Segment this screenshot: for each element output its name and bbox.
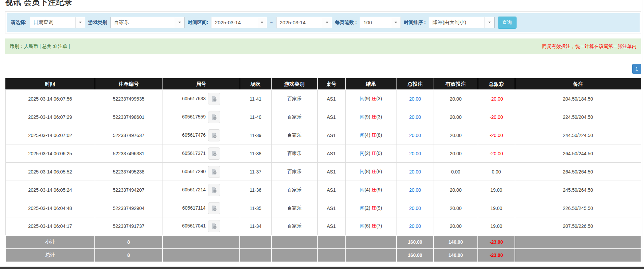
total-bet-link[interactable]: 20.00 — [409, 96, 421, 102]
date-to-input[interactable]: 2025-03-14 — [276, 17, 332, 28]
cell-total-bet: 20.00 — [397, 181, 434, 199]
column-header: 游戏类别 — [271, 79, 317, 90]
cell-total-bet: 20.00 — [397, 199, 434, 217]
table-row: 2025-03-14 06:06:25522337496381605617371… — [5, 144, 641, 163]
table-row: 2025-03-14 06:05:24522337494207605617214… — [5, 181, 641, 199]
cell-total-bet: 20.00 — [397, 126, 434, 144]
page-size-select[interactable]: 100 — [360, 17, 401, 28]
result-banker-score: (9) — [376, 187, 382, 192]
video-replay-button[interactable] — [208, 93, 220, 105]
time-sort-select[interactable]: 降幂(由大到小) — [429, 17, 495, 28]
chevron-down-icon[interactable] — [75, 17, 85, 28]
video-replay-button[interactable] — [208, 184, 220, 196]
cell-table-no: AS1 — [317, 163, 345, 181]
date-to-value: 2025-03-14 — [276, 17, 322, 28]
total-bet-link[interactable]: 20.00 — [409, 169, 421, 174]
empty-cell — [240, 249, 271, 262]
page-1-button[interactable]: 1 — [632, 64, 641, 74]
cell-time: 2025-03-14 06:07:02 — [5, 126, 95, 144]
table-row: 2025-03-14 06:07:56522337499535605617633… — [5, 90, 641, 108]
cell-game: 百家乐 — [271, 163, 317, 181]
video-replay-button[interactable] — [208, 111, 220, 123]
total-bet-link[interactable]: 20.00 — [409, 187, 421, 193]
result-player-score: (6) — [364, 223, 372, 228]
result-banker: 庄 — [372, 132, 376, 138]
empty-cell — [271, 236, 317, 249]
total-bet-link[interactable]: 20.00 — [409, 206, 421, 211]
total-bet-link[interactable]: 20.00 — [409, 223, 421, 229]
video-icon — [211, 150, 217, 157]
cell-valid-bet: 20.00 — [434, 199, 478, 217]
total-row-total-bet: 160.00 — [397, 249, 434, 262]
result-player: 闲 — [360, 223, 364, 228]
cell-bet-no: 522337496381 — [95, 144, 163, 163]
chevron-down-icon[interactable] — [322, 17, 332, 28]
date-from-input[interactable]: 2025-03-14 — [211, 17, 267, 28]
round-no-text: 605617371 — [182, 150, 206, 156]
video-replay-button[interactable] — [208, 220, 220, 232]
cell-time: 2025-03-14 06:05:24 — [5, 181, 95, 199]
cell-session: 11-40 — [240, 108, 271, 126]
cell-result: 闲(9) 庄(3) — [345, 108, 397, 126]
result-player: 闲 — [360, 169, 364, 174]
valid-bet-notice: 同局有效投注，统一计算在该局第一张注单内 — [542, 44, 637, 50]
cell-result: 闲(4) 庄(9) — [345, 181, 397, 199]
cell-bet-no: 522337491737 — [95, 217, 163, 236]
cell-bet-no: 522337492904 — [95, 199, 163, 217]
date-range-separator: ~ — [270, 20, 273, 25]
result-banker: 庄 — [372, 187, 376, 192]
time-range-label: 时间区间: — [188, 20, 208, 26]
total-bet-link[interactable]: 20.00 — [409, 114, 421, 120]
cell-bet-no: 522337497637 — [95, 126, 163, 144]
page-size-value: 100 — [360, 17, 391, 28]
cell-table-no: AS1 — [317, 126, 345, 144]
cell-payout: -20.00 — [478, 144, 515, 163]
cell-bet-no: 522337498601 — [95, 108, 163, 126]
chevron-down-icon[interactable] — [175, 17, 184, 28]
cell-time: 2025-03-14 06:05:52 — [5, 163, 95, 181]
chevron-down-icon[interactable] — [485, 17, 494, 28]
round-no-text: 605617633 — [182, 96, 206, 101]
cell-remark: 264.50/244.50 — [515, 144, 641, 163]
date-from-value: 2025-03-14 — [211, 17, 257, 28]
summary-bar: 币别：人民币 | 总共 :8 注单 | 同局有效投注，统一计算在该局第一张注单内 — [5, 38, 641, 54]
subtotal-row-label: 小计 — [5, 236, 95, 249]
video-replay-button[interactable] — [208, 166, 220, 178]
cell-table-no: AS1 — [317, 90, 345, 108]
result-player-score: (2) — [364, 151, 372, 156]
round-no-text: 605617559 — [182, 114, 206, 119]
cell-game: 百家乐 — [271, 199, 317, 217]
currency-total-text: 币别：人民币 | 总共 :8 注单 | — [10, 44, 70, 50]
window-bottom-bar — [0, 267, 644, 269]
cell-payout: 19.00 — [478, 181, 515, 199]
query-type-select[interactable]: 日期查询 — [30, 17, 85, 28]
cell-total-bet: 20.00 — [397, 217, 434, 236]
cell-time: 2025-03-14 06:07:29 — [5, 108, 95, 126]
pagination: 1 — [5, 64, 641, 74]
result-player-score: (9) — [364, 96, 372, 101]
video-replay-button[interactable] — [208, 147, 220, 160]
result-banker-score: (3) — [376, 96, 382, 101]
total-bet-link[interactable]: 20.00 — [409, 133, 421, 138]
cell-table-no: AS1 — [317, 144, 345, 163]
round-no-text: 605617114 — [182, 205, 205, 210]
cell-remark: 204.50/184.50 — [515, 90, 641, 108]
video-replay-button[interactable] — [208, 202, 220, 214]
game-category-select[interactable]: 百家乐 — [110, 17, 185, 28]
time-sort-label: 时间排序 : — [404, 20, 426, 26]
video-replay-button[interactable] — [208, 129, 220, 141]
result-banker: 庄 — [372, 114, 376, 119]
total-bet-link[interactable]: 20.00 — [409, 151, 421, 156]
empty-cell — [163, 236, 240, 249]
game-category-label: 游戏类别 — [88, 20, 107, 26]
chevron-down-icon[interactable] — [391, 17, 401, 28]
total-row-label: 总计 — [5, 249, 95, 262]
cell-table-no: AS1 — [317, 108, 345, 126]
query-button[interactable]: 查询 — [498, 17, 517, 29]
cell-payout: -20.00 — [478, 126, 515, 144]
subtotal-row-count: 8 — [95, 236, 163, 249]
chevron-down-icon[interactable] — [257, 17, 267, 28]
cell-round-no: 605617371 — [163, 144, 240, 163]
video-icon — [211, 187, 217, 193]
subtotal-row-valid-bet: 140.00 — [434, 236, 478, 249]
